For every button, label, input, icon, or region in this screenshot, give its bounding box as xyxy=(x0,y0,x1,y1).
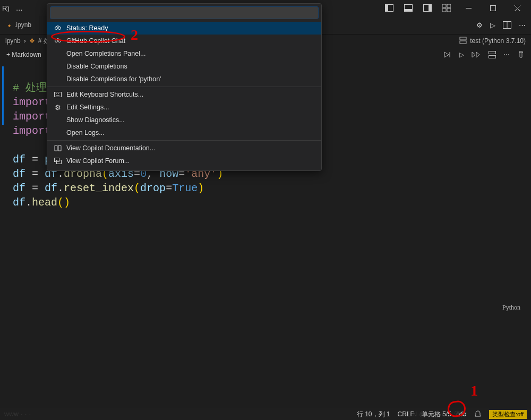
gear-icon[interactable]: ⚙ xyxy=(476,21,483,29)
cell-more-icon[interactable]: ⋯ xyxy=(503,51,510,58)
svg-point-21 xyxy=(55,40,58,42)
run-by-line-icon[interactable] xyxy=(443,51,452,58)
menu-item-label: Edit Settings... xyxy=(66,104,109,111)
copilot-icon xyxy=(54,24,62,32)
menu-separator xyxy=(47,140,321,141)
delete-cell-icon[interactable] xyxy=(517,51,525,58)
status-bar: www · · · 行 10，列 1 CRLF 单元格 5/5 CSDN @we… xyxy=(0,408,531,420)
cell-icon: ❖ xyxy=(29,37,35,45)
svg-rect-17 xyxy=(489,52,496,54)
menu-separator xyxy=(47,87,321,87)
title-ellipsis[interactable]: … xyxy=(16,4,23,12)
svg-rect-5 xyxy=(429,5,431,11)
menu-item-open-completions[interactable]: Open Completions Panel... xyxy=(47,47,321,60)
menu-item-label: Status: Ready xyxy=(66,24,108,32)
code-line-4: import xyxy=(13,125,51,137)
layout-panel-icon[interactable] xyxy=(399,1,417,15)
code-line-2: import xyxy=(13,96,51,108)
menu-item-label: Open Logs... xyxy=(66,129,105,136)
menu-item-label: Disable Completions for 'python' xyxy=(66,75,161,83)
copilot-icon xyxy=(54,37,62,45)
copilot-menu: Status: Ready GitHub Copilot Chat Open C… xyxy=(47,3,322,171)
svg-rect-15 xyxy=(460,41,466,44)
split-icon[interactable] xyxy=(503,21,511,29)
svg-rect-1 xyxy=(386,5,388,11)
add-markdown-button[interactable]: + Markdown xyxy=(6,51,41,58)
svg-rect-18 xyxy=(489,56,496,58)
kernel-selector[interactable]: test (Python 3.7.10) xyxy=(459,37,526,46)
breadcrumb-file[interactable]: ipynb xyxy=(5,37,21,45)
svg-rect-10 xyxy=(466,8,472,8)
split-cell-icon[interactable] xyxy=(489,51,496,58)
menu-item-show-diagnostics[interactable]: Show Diagnostics... xyxy=(47,114,321,126)
title-fragment: R) xyxy=(2,4,10,12)
code-line-8: df.head() xyxy=(13,196,70,209)
status-line-col[interactable]: 行 10，列 1 xyxy=(357,410,390,419)
gear-icon: ⚙ xyxy=(54,103,62,112)
code-line-1: # 处理 xyxy=(13,82,47,94)
palette-input[interactable] xyxy=(50,7,318,19)
menu-item-disable-python[interactable]: Disable Completions for 'python' xyxy=(47,73,321,85)
footer-watermark: CSDN @wenvin大酒神 xyxy=(398,410,467,419)
more-icon[interactable]: ⋯ xyxy=(519,21,526,29)
menu-item-status[interactable]: Status: Ready xyxy=(47,22,321,35)
run-icon[interactable]: ▷ xyxy=(490,21,495,29)
close-icon[interactable] xyxy=(506,1,529,15)
menu-item-view-docs[interactable]: View Copilot Documentation... xyxy=(47,142,321,155)
code-line-3: import xyxy=(13,110,51,123)
forum-icon xyxy=(54,157,62,165)
code-line-7: df = df.reset_index(drop=True) xyxy=(13,182,204,194)
svg-rect-14 xyxy=(460,37,466,40)
svg-rect-7 xyxy=(447,4,451,7)
menu-item-label: Edit Keyboard Shortcuts... xyxy=(66,91,143,98)
customize-layout-icon[interactable] xyxy=(438,1,456,15)
layout-primary-icon[interactable] xyxy=(380,1,398,15)
menu-item-copilot-chat[interactable]: GitHub Copilot Chat xyxy=(47,35,321,47)
menu-item-disable-completions[interactable]: Disable Completions xyxy=(47,60,321,73)
svg-rect-9 xyxy=(447,8,451,12)
menu-item-label: View Copilot Forum... xyxy=(66,157,130,165)
svg-rect-23 xyxy=(55,92,62,97)
menu-item-label: Disable Completions xyxy=(66,63,127,70)
menu-item-view-forum[interactable]: View Copilot Forum... xyxy=(47,155,321,167)
svg-point-19 xyxy=(55,27,58,30)
svg-rect-11 xyxy=(490,5,495,11)
footer-watermark-left: www · · · xyxy=(4,410,31,418)
menu-item-label: View Copilot Documentation... xyxy=(66,144,155,152)
tab-label: .ipynb xyxy=(14,21,31,29)
notebook-icon: ⬥ xyxy=(7,21,11,29)
menu-item-edit-shortcuts[interactable]: Edit Keyboard Shortcuts... xyxy=(47,88,321,101)
svg-point-22 xyxy=(58,40,61,42)
cell-active-indicator xyxy=(2,66,4,125)
svg-rect-6 xyxy=(442,4,446,7)
svg-rect-8 xyxy=(442,8,446,12)
svg-point-20 xyxy=(58,27,61,30)
status-typecheck[interactable]: 类型检查:off xyxy=(489,410,527,419)
server-icon xyxy=(459,37,467,46)
tab-ipynb[interactable]: ⬥ .ipynb xyxy=(0,16,39,34)
chevron-right-icon: › xyxy=(24,37,26,45)
svg-rect-3 xyxy=(405,9,412,11)
menu-item-open-logs[interactable]: Open Logs... xyxy=(47,126,321,139)
execute-cell-icon[interactable]: ▷ xyxy=(459,51,464,58)
annotation-label-1: 1 xyxy=(470,382,478,399)
maximize-icon[interactable] xyxy=(481,1,504,15)
layout-secondary-icon[interactable] xyxy=(418,1,436,15)
minimize-icon[interactable] xyxy=(457,1,480,15)
keyboard-icon xyxy=(54,90,62,99)
menu-item-edit-settings[interactable]: ⚙ Edit Settings... xyxy=(47,101,321,114)
kernel-label: test (Python 3.7.10) xyxy=(470,37,526,45)
menu-item-label: GitHub Copilot Chat xyxy=(66,37,125,45)
menu-item-label: Open Completions Panel... xyxy=(66,50,145,57)
menu-item-label: Show Diagnostics... xyxy=(66,116,125,124)
book-icon xyxy=(54,144,62,152)
execute-below-icon[interactable] xyxy=(472,51,481,58)
notifications-icon[interactable] xyxy=(474,410,482,418)
